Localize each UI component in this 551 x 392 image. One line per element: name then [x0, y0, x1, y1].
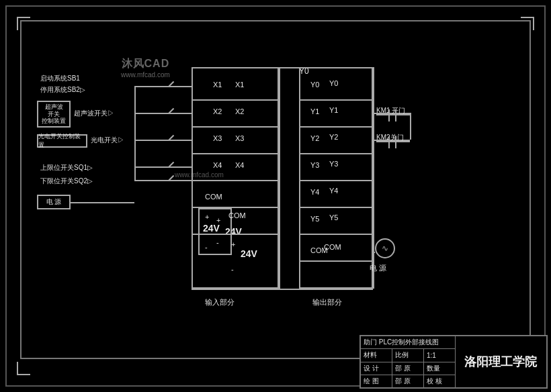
output-power-label: 电 源: [370, 263, 386, 273]
label-sb2: 停用系统SB2▷: [40, 85, 85, 95]
line-x4a: [134, 166, 192, 168]
watermark: 沐风CAD www.mfcad.com: [121, 57, 170, 79]
right-input-v: [279, 67, 280, 289]
out-sep-line-6: [299, 234, 373, 235]
output-top-line: [299, 67, 373, 68]
in-x3-label: X3: [235, 134, 244, 142]
sep-line-6: [192, 234, 279, 235]
out-sep-line-3: [299, 153, 373, 154]
out-sep-line-2: [299, 126, 373, 128]
power-box-label: 电 源: [46, 197, 62, 207]
terminal-x2: X2: [213, 107, 222, 115]
scale-label: 比例: [392, 349, 423, 362]
out-y2-label: Y2: [329, 133, 338, 141]
mid-right-v: [373, 67, 374, 289]
out-sep-line-1: [299, 99, 373, 101]
in-x2-label: X2: [235, 107, 244, 115]
label-sb1: 启动系统SB1: [40, 74, 80, 83]
output-section-label: 输出部分: [312, 297, 342, 307]
corner-bl: [17, 362, 30, 375]
out-y5-label: Y5: [329, 213, 338, 222]
output-power-symbol: ∿: [375, 238, 395, 258]
label-ultrasonic: 超声波开关▷: [74, 109, 114, 118]
ultrasonic-box: 超声波开关控制装置: [37, 101, 71, 128]
sep-line-4: [192, 180, 279, 181]
corner-tl: [17, 17, 30, 30]
out-com-label: COM: [324, 243, 341, 251]
terminal-y5: Y5: [310, 215, 319, 223]
terminal-x4: X4: [213, 161, 222, 169]
power-line: [71, 202, 134, 203]
sep-line-5: [192, 207, 279, 208]
out-sep-line-5: [299, 207, 373, 208]
in-com-label: COM: [228, 211, 246, 219]
out-sep-line-7: [299, 260, 373, 262]
sep-line-3: [192, 153, 279, 154]
label-optical: 光电开关▷: [91, 136, 124, 145]
sep-line-1: [192, 99, 279, 101]
material-label: 材料: [361, 349, 392, 362]
line-x4b: [134, 180, 192, 181]
quantity-label: 数量: [423, 362, 455, 375]
out-y4-label: Y4: [329, 187, 338, 195]
designer-name: 邵 原: [392, 362, 423, 375]
in-plus-label: +: [231, 240, 235, 248]
designer-label: 设 计: [361, 362, 392, 375]
in-x1-label: X1: [235, 81, 244, 89]
school-name: 洛阳理工学院: [455, 336, 546, 388]
terminal-y1: Y1: [310, 107, 319, 115]
label-sq1: 上限位开关SQ1▷: [40, 163, 93, 173]
corner-tr: [521, 17, 534, 30]
label-sq2: 下限位开关SQ2▷: [40, 177, 93, 186]
terminal-x3: X3: [213, 134, 222, 142]
out-y0-label: Y0: [329, 79, 338, 87]
km2-symbol: KM2关门: [376, 133, 404, 142]
in-24v-label: 24V: [241, 248, 257, 259]
bus-line-left: [134, 86, 136, 180]
title-table: 助门 PLC控制外部接线图 洛阳理工学院 材料 比例 1:1 设 计 邵 原 数…: [360, 336, 547, 388]
drawer-label: 绘 图: [361, 375, 392, 387]
line-x1: [134, 86, 192, 87]
terminal-y0: Y0: [310, 81, 319, 89]
optical-box: 光电开关控制装置: [37, 134, 87, 148]
power-24v-box: + 24V -: [198, 208, 232, 255]
in-x4-label: X4: [235, 161, 244, 169]
drawer-name: 邵 原: [392, 375, 423, 387]
out-y3-label: Y3: [329, 160, 338, 168]
input-section-label: 输入部分: [205, 297, 235, 307]
title-block: 助门 PLC控制外部接线图 洛阳理工学院 材料 比例 1:1 设 计 邵 原 数…: [359, 335, 548, 389]
watermark2: www.mfcad.com: [175, 171, 224, 179]
project-title: 助门 PLC控制外部接线图: [361, 336, 456, 349]
power-box-left: 电 源: [37, 195, 71, 209]
terminal-x1: X1: [213, 81, 222, 89]
bottom-bus-line: [192, 289, 299, 290]
line-x2: [134, 113, 192, 114]
terminal-com-in: COM: [205, 193, 222, 201]
sep-line-2: [192, 126, 279, 128]
terminal-y2: Y2: [310, 134, 319, 142]
line-x3: [134, 140, 192, 141]
out-y1-label: Y1: [329, 106, 338, 114]
line-v-right: [410, 113, 411, 140]
in-minus-label: -: [231, 265, 234, 273]
checker-label: 校 核: [423, 375, 455, 387]
out-sep-line-4: [299, 180, 373, 181]
output-bottom-line: [299, 289, 373, 290]
km1-symbol: KM1 开门: [376, 106, 405, 115]
terminal-y4: Y4: [310, 188, 319, 196]
scale-value: 1:1: [423, 349, 455, 362]
terminal-y3: Y3: [310, 161, 319, 169]
top-bus-line: [192, 67, 299, 68]
